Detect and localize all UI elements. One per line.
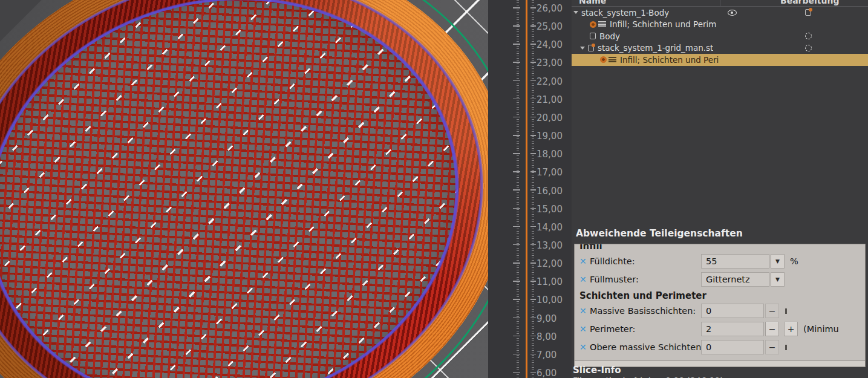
row-fill-density: ✕ Fülldichte: 55 ▼ % [575, 252, 865, 270]
settings-item-label: Infill; Schichten und Perim [610, 19, 717, 29]
slice-info-row: Filamentbedarf (g) 0.00 (246.00) [573, 376, 651, 378]
loop-outlines [0, 0, 488, 378]
ruler-label: 23,00 [537, 57, 563, 68]
ruler-label: 21,00 [537, 94, 563, 105]
prusaslicer-window: { "viewport": { "description": "3D previ… [0, 0, 868, 378]
top-layers-label: Obere massive Schichten: [590, 342, 701, 352]
section-header-layers: Schichten und Perimeter [579, 290, 865, 301]
plus-button-sliver [785, 345, 787, 350]
fill-density-input[interactable]: 55 [701, 254, 769, 269]
ruler-label: 17,00 [537, 167, 563, 178]
remove-setting-icon[interactable]: ✕ [579, 275, 590, 284]
3d-viewport[interactable] [0, 0, 488, 378]
ruler-label: 18,00 [537, 149, 563, 160]
gear-icon[interactable] [805, 45, 812, 51]
top-layers-input[interactable]: 0 [701, 340, 764, 354]
fill-density-label: Fülldichte: [590, 256, 701, 266]
minus-button[interactable]: − [765, 340, 779, 354]
layers-icon [609, 57, 616, 63]
column-divider [720, 0, 720, 7]
row-bottom-layers: ✕ Massive Basisschichten: 0 − [575, 302, 865, 320]
remove-setting-icon[interactable]: ✕ [579, 324, 590, 334]
ruler-label: 7,00 [537, 350, 556, 360]
sliced-object [0, 0, 488, 378]
ruler-ticks-major-right [530, 0, 536, 378]
infill-icon [590, 21, 596, 28]
row-fill-pattern: ✕ Füllmuster: Gitternetz ▼ [575, 270, 865, 288]
fill-pattern-dropdown-icon[interactable]: ▼ [771, 272, 785, 287]
ruler-label: 16,00 [537, 186, 563, 197]
ruler-label: 12,00 [537, 258, 563, 269]
settings-item-label: Infill; Schichten und Peri [620, 55, 719, 65]
remove-setting-icon[interactable]: ✕ [579, 256, 590, 266]
minus-button[interactable]: − [765, 322, 779, 336]
remove-setting-icon[interactable]: ✕ [579, 342, 590, 352]
tree-row-object[interactable]: stack_system_1-Body [572, 7, 868, 19]
edit-settings-icon[interactable] [805, 9, 811, 16]
layer-slider-ruler: 26,0025,0024,0023,0022,0021,0020,0019,00… [488, 0, 572, 378]
ruler-label: 24,00 [537, 39, 563, 50]
tree-row-modifier[interactable]: stack_system_1-grid_man.st [572, 42, 868, 54]
ruler-ticks-major-left [513, 0, 520, 378]
perimeters-note: (Minimu [803, 324, 839, 334]
ruler-label: 10,00 [537, 295, 563, 305]
row-top-layers: ✕ Obere massive Schichten: 0 − [575, 338, 865, 356]
properties-title: Abweichende Teileigenschaften [576, 228, 743, 239]
row-perimeters: ✕ Perimeter: 2 − + (Minimu [575, 320, 865, 338]
ruler-label: 25,00 [537, 21, 563, 32]
slice-info-title: Slice-Info [573, 365, 621, 376]
minus-button[interactable]: − [765, 304, 779, 318]
plus-button-sliver [785, 308, 787, 314]
ruler-label: 22,00 [537, 76, 563, 87]
ruler-label: 19,00 [537, 131, 563, 142]
fill-density-dropdown-icon[interactable]: ▼ [771, 254, 785, 269]
plus-button[interactable]: + [784, 322, 798, 336]
chevron-down-icon[interactable] [573, 11, 578, 14]
ruler-label: 14,00 [537, 222, 563, 233]
tree-row-infill-settings-selected[interactable]: Infill; Schichten und Peri [572, 54, 868, 66]
ruler-label: 26,00 [537, 3, 563, 14]
column-header-name: Name [579, 0, 606, 5]
fill-pattern-select[interactable]: Gitternetz [701, 272, 769, 287]
filament-label: Filamentbedarf (g) [573, 376, 651, 378]
properties-panel: Infill ✕ Fülldichte: 55 ▼ % ✕ Füllmuster… [574, 244, 866, 367]
object-panel: Name Bearbeitung stack_system_1-Body Inf… [572, 0, 868, 378]
ruler-label: 8,00 [537, 331, 556, 342]
part-name: Body [599, 31, 620, 41]
fill-pattern-label: Füllmuster: [590, 275, 701, 284]
part-icon [590, 33, 596, 39]
perimeters-label: Perimeter: [590, 324, 701, 334]
layer-slider-track[interactable] [526, 0, 527, 378]
ruler-labels: 26,0025,0024,0023,0022,0021,0020,0019,00… [537, 0, 570, 378]
tree-row-body[interactable]: Body [572, 30, 868, 42]
modifier-part-icon [588, 45, 594, 51]
filament-value: 0.00 (246.00) [665, 376, 723, 378]
bottom-layers-label: Massive Basisschichten: [590, 306, 701, 316]
ruler-label: 11,00 [537, 276, 563, 287]
object-name: stack_system_1-Body [581, 8, 669, 18]
ruler-label: 20,00 [537, 112, 563, 123]
section-header-infill: Infill [579, 244, 865, 252]
eye-icon[interactable] [728, 10, 737, 16]
modifier-name: stack_system_1-grid_man.st [598, 43, 713, 53]
ruler-label: 13,00 [537, 240, 563, 251]
remove-setting-icon[interactable]: ✕ [579, 306, 590, 316]
layers-icon [598, 21, 606, 27]
tree-header: Name Bearbeitung [572, 0, 868, 7]
ruler-label: 9,00 [537, 313, 556, 324]
bottom-layers-input[interactable]: 0 [701, 304, 764, 318]
infill-icon [600, 56, 607, 63]
tree-row-infill-settings[interactable]: Infill; Schichten und Perim [572, 19, 868, 31]
ruler-label: 15,00 [537, 204, 563, 215]
fill-density-suffix: % [790, 256, 798, 266]
ruler-label: 6,00 [537, 368, 556, 378]
column-header-edit: Bearbeitung [780, 0, 839, 5]
chevron-down-icon[interactable] [580, 47, 585, 50]
perimeters-input[interactable]: 2 [701, 322, 764, 336]
gear-icon[interactable] [805, 33, 812, 39]
